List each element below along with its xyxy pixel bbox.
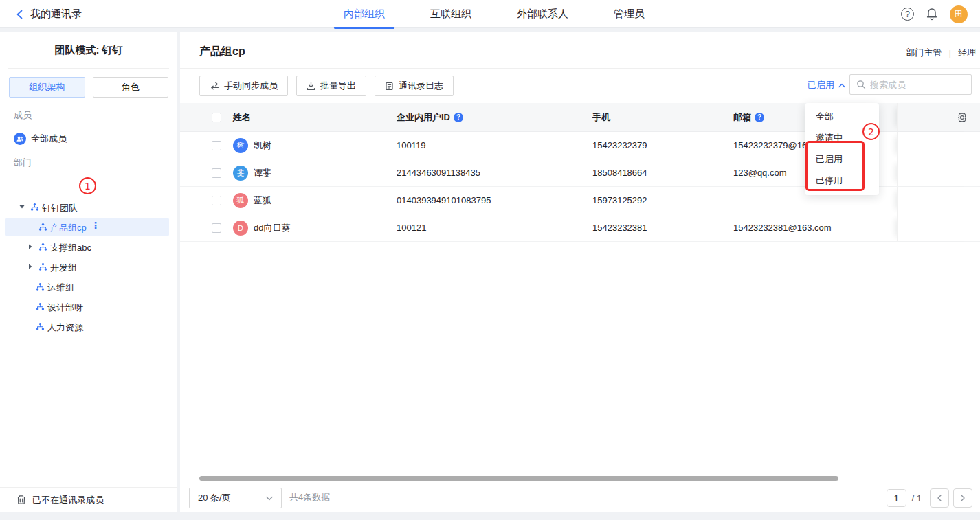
- department-roles: 部门主管 | 经理: [906, 47, 976, 59]
- tree-item-support-group[interactable]: 支撑组abc: [0, 237, 177, 257]
- status-filter-menu: 全部 邀请中 已启用 已停用: [805, 103, 879, 195]
- current-page-box[interactable]: 1: [887, 489, 906, 507]
- tree-item-dingding-team[interactable]: 钉钉团队: [0, 197, 177, 217]
- table-row[interactable]: Ddd向日葵 100121 15423232381 15423232381@16…: [180, 214, 980, 242]
- all-members-label: 全部成员: [31, 133, 67, 145]
- horizontal-scrollbar[interactable]: [199, 476, 838, 481]
- next-page-button[interactable]: [953, 488, 972, 508]
- topbar-actions: ? 田: [901, 0, 968, 28]
- departments-section-label: 部门: [0, 145, 177, 169]
- help-icon[interactable]: ?: [901, 8, 914, 21]
- sidebar-item-all-members[interactable]: 全部成员: [0, 122, 177, 145]
- col-header-phone: 手机: [582, 111, 723, 124]
- member-id: 21443463091138435: [386, 168, 582, 178]
- tree-item-label: 运维组: [47, 282, 74, 294]
- download-icon: [307, 82, 315, 91]
- row-operations: [897, 214, 980, 241]
- tree-item-hr[interactable]: 人力资源: [0, 317, 177, 337]
- tree-item-design-dept[interactable]: 设计部呀: [0, 297, 177, 317]
- caret-right-icon[interactable]: [27, 243, 34, 250]
- member-id: 100119: [386, 140, 582, 150]
- filter-option-enabled[interactable]: 已启用: [805, 148, 879, 170]
- bell-icon[interactable]: [926, 8, 938, 21]
- member-search: [849, 74, 972, 95]
- member-email: 15423232381@163.com: [723, 223, 897, 233]
- org-structure-button[interactable]: 组织架构: [9, 77, 85, 98]
- sync-icon: [210, 82, 219, 90]
- manual-sync-label: 手动同步成员: [224, 80, 278, 92]
- caret-down-icon[interactable]: [19, 203, 25, 210]
- team-mode-title: 团队模式: 钉钉: [0, 32, 177, 57]
- tree-item-ops-group[interactable]: 运维组: [0, 277, 177, 297]
- table-footer: 20 条/页 共4条数据 1 / 1: [180, 484, 980, 512]
- filter-option-all[interactable]: 全部: [805, 106, 879, 127]
- row-operations: [897, 159, 980, 186]
- role-button[interactable]: 角色: [93, 77, 169, 98]
- total-count: 共4条数据: [289, 491, 330, 504]
- page-size-select[interactable]: 20 条/页: [189, 488, 282, 508]
- tree-item-label: 钉钉团队: [42, 202, 78, 214]
- row-operations: [897, 187, 980, 214]
- sidebar-toggle: 组织架构 角色: [0, 69, 177, 98]
- manager-role-link[interactable]: 经理: [958, 47, 976, 59]
- search-input[interactable]: [870, 80, 965, 90]
- page-title: 产品组cp: [199, 45, 245, 59]
- back-button[interactable]: 我的通讯录: [15, 0, 82, 28]
- org-tree-icon: [38, 223, 47, 231]
- contacts-log-label: 通讯录日志: [399, 80, 443, 92]
- col-header-id: 企业内用户ID?: [386, 111, 582, 124]
- chevron-down-icon: [266, 496, 273, 501]
- prev-page-button[interactable]: [930, 488, 949, 508]
- user-avatar[interactable]: 田: [950, 5, 968, 23]
- status-filter-dropdown[interactable]: 已启用: [808, 79, 845, 91]
- people-icon: [14, 133, 26, 145]
- org-tree-icon: [36, 282, 45, 291]
- gear-icon[interactable]: [957, 112, 968, 123]
- more-vertical-icon[interactable]: ⋮: [91, 220, 100, 231]
- tab-internal-org[interactable]: 内部组织: [334, 0, 394, 28]
- filter-option-disabled[interactable]: 已停用: [805, 170, 879, 191]
- member-avatar: 斐: [233, 166, 248, 181]
- tree-item-dev-group[interactable]: 开发组: [0, 257, 177, 277]
- search-icon: [856, 80, 866, 89]
- row-checkbox[interactable]: [212, 168, 221, 178]
- tab-external-contacts[interactable]: 外部联系人: [507, 0, 578, 28]
- member-name: 凯树: [254, 139, 271, 152]
- removed-members-entry[interactable]: 已不在通讯录成员: [0, 487, 177, 512]
- caret-right-icon[interactable]: [27, 263, 34, 270]
- tree-item-label: 开发组: [50, 262, 77, 274]
- question-circle-icon[interactable]: ?: [755, 113, 764, 122]
- log-icon: [385, 82, 394, 91]
- tree-item-label: 人力资源: [47, 321, 83, 334]
- tab-admin[interactable]: 管理员: [604, 0, 654, 28]
- col-header-operations: [897, 103, 980, 131]
- row-checkbox[interactable]: [212, 196, 221, 205]
- row-operations: [897, 132, 980, 159]
- tab-connected-org[interactable]: 互联组织: [421, 0, 481, 28]
- member-phone: 15423232379: [582, 140, 723, 150]
- dept-manager-link[interactable]: 部门主管: [906, 47, 942, 59]
- tree-item-product-group[interactable]: 产品组cp ⋮: [0, 217, 177, 237]
- member-name: 蓝狐: [254, 194, 271, 207]
- member-id: 0140393949101083795: [386, 195, 582, 205]
- total-pages: / 1: [912, 493, 922, 504]
- question-circle-icon[interactable]: ?: [454, 113, 463, 122]
- member-avatar: 树: [233, 138, 248, 153]
- select-all-checkbox[interactable]: [212, 113, 221, 122]
- org-tree-icon: [30, 203, 39, 212]
- status-filter-value: 已启用: [808, 79, 834, 91]
- batch-export-button[interactable]: 批量导出: [296, 76, 366, 96]
- batch-export-label: 批量导出: [320, 80, 356, 92]
- org-tree-icon: [38, 262, 47, 271]
- org-tree-icon: [36, 322, 45, 331]
- org-tree-icon: [36, 302, 45, 311]
- row-checkbox[interactable]: [212, 223, 221, 233]
- member-avatar: D: [233, 221, 248, 236]
- main-tabs: 内部组织 互联组织 外部联系人 管理员: [334, 0, 654, 28]
- manual-sync-button[interactable]: 手动同步成员: [199, 76, 288, 96]
- department-tree: 钉钉团队 产品组cp ⋮ 支撑组abc 开发组 运维组 设计部呀: [0, 197, 177, 337]
- row-checkbox[interactable]: [212, 141, 221, 150]
- members-section-label: 成员: [0, 98, 177, 122]
- filter-option-inviting[interactable]: 邀请中: [805, 127, 879, 148]
- contacts-log-button[interactable]: 通讯录日志: [375, 76, 454, 96]
